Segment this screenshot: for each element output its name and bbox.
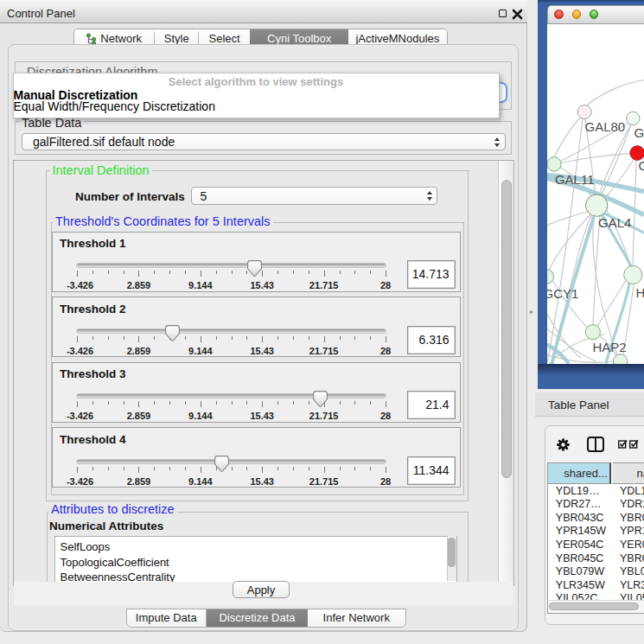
svg-text:HAP2: HAP2	[593, 340, 627, 354]
svg-text:GCY1: GCY1	[547, 286, 578, 301]
svg-text:GAL80: GAL80	[585, 119, 626, 134]
svg-text:GAL4: GAL4	[598, 215, 631, 230]
svg-text:GA: GA	[634, 124, 644, 139]
svg-text:G: G	[639, 158, 644, 173]
svg-text:H: H	[636, 284, 644, 299]
svg-text:GAL11: GAL11	[555, 171, 595, 186]
